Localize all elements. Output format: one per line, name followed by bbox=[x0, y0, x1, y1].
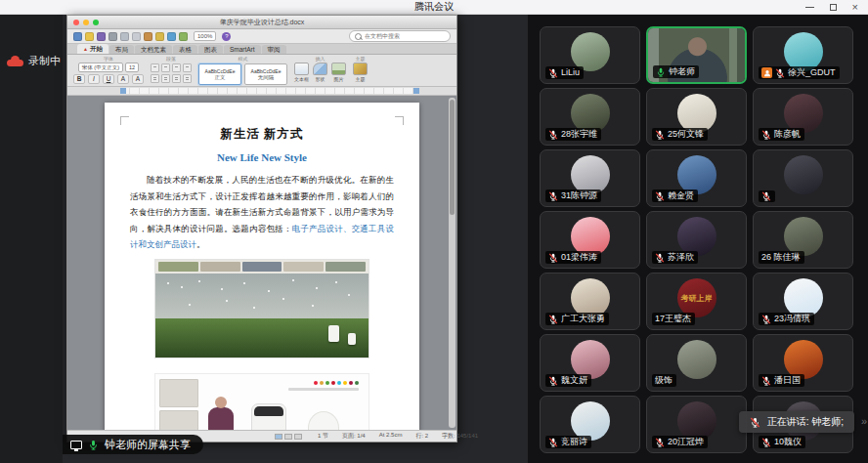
ribbon-group-styles: 样式 AaBbCcDdEe正文AaBbCcDdEe无间隔 bbox=[198, 56, 287, 85]
style-无间隔[interactable]: AaBbCcDdEe无间隔 bbox=[244, 63, 287, 85]
copy-icon[interactable] bbox=[132, 32, 141, 41]
ruler-left-margin-marker[interactable] bbox=[120, 88, 126, 94]
font-style-button-3[interactable]: A bbox=[117, 74, 129, 84]
redo-icon[interactable] bbox=[179, 32, 188, 41]
participant-tile-级饰[interactable]: 级饰 bbox=[646, 334, 747, 392]
document-scrollbar[interactable] bbox=[449, 98, 456, 428]
participant-tile-竞丽诗[interactable]: 竞丽诗 bbox=[540, 396, 640, 453]
maximize-icon[interactable] bbox=[830, 4, 837, 11]
participant-tile-LiLiu[interactable]: LiLiu bbox=[540, 26, 640, 84]
participant-tile-赖金贤[interactable]: 赖金贤 bbox=[646, 149, 747, 207]
align-center-icon[interactable] bbox=[161, 63, 170, 72]
mac-minimize-icon[interactable] bbox=[83, 20, 89, 25]
status-items: 1 节页面: 1/4At 2.5cm行: 2字数: 145/141 bbox=[318, 432, 478, 441]
help-icon[interactable]: ? bbox=[222, 32, 231, 41]
participant-tile-hidden-8[interactable] bbox=[753, 149, 853, 207]
ribbon-tabs: 开始布局文档元素表格图表SmartArt审阅 bbox=[67, 44, 456, 55]
align-right-icon[interactable] bbox=[172, 63, 181, 72]
save-icon[interactable] bbox=[97, 32, 106, 41]
scrollbar-thumb[interactable] bbox=[450, 100, 455, 215]
font-size-select[interactable]: 12 bbox=[125, 63, 139, 72]
participant-tile-31陈钟源[interactable]: 31陈钟源 bbox=[540, 149, 640, 207]
participant-tile-20江冠烨[interactable]: 20江冠烨 bbox=[646, 396, 747, 453]
mic-icon bbox=[548, 315, 558, 324]
tab-审阅[interactable]: 审阅 bbox=[262, 45, 286, 54]
participant-tile-28张宇维[interactable]: 28张宇维 bbox=[540, 88, 640, 146]
insert-形状[interactable]: 形状 bbox=[313, 63, 327, 82]
justify-icon[interactable] bbox=[183, 63, 192, 72]
mac-close-icon[interactable] bbox=[73, 20, 79, 25]
theme-button[interactable]: 主题 bbox=[353, 63, 368, 82]
indent-icon[interactable] bbox=[172, 74, 181, 83]
tab-表格[interactable]: 表格 bbox=[173, 45, 197, 54]
doc-paragraph: 随着技术的不断发展，人民的生活也在不断的升级优化。在新的生活场景和生活方式下，设… bbox=[130, 172, 394, 253]
participant-name: 竞丽诗 bbox=[561, 437, 587, 447]
mac-zoom-icon[interactable] bbox=[93, 20, 99, 25]
font-style-button-2[interactable]: U bbox=[103, 74, 114, 84]
line-spacing-icon[interactable] bbox=[183, 74, 192, 83]
participant-name-pill: 01梁伟涛 bbox=[545, 251, 601, 264]
insert-文本框[interactable]: 文本框 bbox=[294, 63, 309, 82]
screen-share-icon bbox=[70, 441, 82, 449]
print-icon[interactable] bbox=[108, 32, 117, 41]
participant-tile-17王璧杰[interactable]: 考研上岸 17王璧杰 bbox=[646, 273, 747, 330]
web-layout-view-icon[interactable] bbox=[284, 434, 292, 440]
screen-share-banner[interactable]: 钟老师的屏幕共享 bbox=[63, 435, 203, 454]
style-正文[interactable]: AaBbCcDdEe正文 bbox=[198, 63, 241, 85]
tab-SmartArt[interactable]: SmartArt bbox=[224, 45, 261, 54]
ribbon-group-theme: 主题 主题 bbox=[353, 56, 368, 85]
format-painter-icon[interactable] bbox=[155, 32, 164, 41]
participant-tile-魏文妍[interactable]: 魏文妍 bbox=[540, 334, 640, 392]
toast-muted-mic-icon bbox=[750, 417, 760, 428]
participant-tile-陈彦帆[interactable]: 陈彦帆 bbox=[753, 88, 853, 146]
participant-tile-25何文锋[interactable]: 25何文锋 bbox=[646, 88, 747, 146]
participant-tile-23冯倩琪[interactable]: 23冯倩琪 bbox=[753, 273, 853, 330]
participant-tile-潘日国[interactable]: 潘日国 bbox=[753, 334, 853, 392]
tab-图表[interactable]: 图表 bbox=[198, 45, 223, 54]
close-icon[interactable]: × bbox=[852, 2, 858, 12]
recording-label: 录制中 bbox=[28, 54, 61, 68]
undo-icon[interactable] bbox=[167, 32, 176, 41]
number-list-icon[interactable] bbox=[161, 74, 170, 83]
tab-布局[interactable]: 布局 bbox=[109, 45, 134, 54]
document-canvas[interactable]: 新生活 新方式 New Life New Style 随着技术的不断发展，人民的… bbox=[67, 96, 456, 430]
cut-icon[interactable] bbox=[120, 32, 129, 41]
doc-image-field-landscape bbox=[155, 260, 369, 358]
font-style-button-4[interactable]: A bbox=[132, 74, 144, 84]
tab-开始[interactable]: 开始 bbox=[77, 44, 108, 54]
minimize-icon[interactable] bbox=[805, 7, 814, 8]
paste-icon[interactable] bbox=[144, 32, 152, 41]
recording-indicator[interactable]: 录制中 bbox=[7, 54, 61, 68]
document-searchbox[interactable] bbox=[349, 30, 451, 42]
ruler[interactable] bbox=[67, 87, 456, 96]
font-name-select[interactable]: 宋体 (中文正文) bbox=[78, 63, 123, 72]
outline-view-icon[interactable] bbox=[294, 434, 302, 440]
status-item-2: At 2.5cm bbox=[379, 432, 403, 441]
print-layout-view-icon[interactable] bbox=[275, 434, 282, 440]
participant-tile-26 陈佳琳[interactable]: 26 陈佳琳 bbox=[753, 211, 853, 269]
participant-tile-钟老师[interactable]: 钟老师 bbox=[646, 26, 747, 84]
font-buttons: BIUAA bbox=[73, 74, 144, 84]
tab-文档元素[interactable]: 文档元素 bbox=[135, 45, 172, 54]
font-style-button-0[interactable]: B bbox=[73, 74, 85, 84]
ribbon-group-font: 字体 宋体 (中文正文) 12 BIUAA bbox=[73, 56, 144, 85]
bullet-list-icon[interactable] bbox=[151, 74, 159, 83]
participant-tile-广工大张勇[interactable]: 广工大张勇 bbox=[540, 273, 640, 330]
font-style-button-1[interactable]: I bbox=[88, 74, 100, 84]
collage-caption-bar bbox=[288, 388, 359, 391]
search-input[interactable] bbox=[365, 33, 433, 39]
ruler-right-margin-marker[interactable] bbox=[413, 88, 419, 94]
new-doc-icon[interactable] bbox=[73, 32, 82, 41]
open-icon[interactable] bbox=[85, 32, 94, 41]
participant-tile-苏泽欣[interactable]: 苏泽欣 bbox=[646, 211, 747, 269]
insert-图片[interactable]: 图片 bbox=[331, 63, 346, 82]
participant-tile-01梁伟涛[interactable]: 01梁伟涛 bbox=[540, 211, 640, 269]
zoom-control[interactable]: 100% bbox=[194, 31, 216, 41]
window-controls: × bbox=[805, 0, 858, 14]
group-label-styles: 样式 bbox=[239, 56, 248, 62]
align-left-icon[interactable] bbox=[151, 63, 159, 72]
document-page[interactable]: 新生活 新方式 New Life New Style 随着技术的不断发展，人民的… bbox=[105, 103, 419, 430]
speaking-toast-label: 正在讲话: 钟老师; bbox=[767, 415, 844, 429]
participant-tile-徐兴_GDUT[interactable]: 徐兴_GDUT bbox=[753, 26, 853, 84]
paragraph-buttons bbox=[151, 63, 192, 83]
